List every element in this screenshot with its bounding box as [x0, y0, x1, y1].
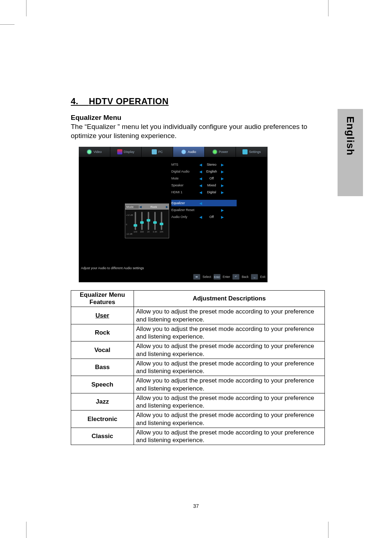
section-heading: 4. HDTV OPERATION	[71, 96, 325, 106]
eq-mode-row: Mode ◀ Rock ▶	[125, 204, 169, 210]
osd-option-equalizer-reset[interactable]: Equalizer Reset▶	[171, 207, 237, 213]
feature-desc: Allow you to adjust the preset mode acco…	[134, 324, 325, 341]
arrow-right-icon: ▶	[220, 190, 225, 194]
feature-desc: Allow you to adjust the preset mode acco…	[134, 393, 325, 410]
osd-key-label: Enter	[223, 275, 230, 279]
language-label: English	[344, 116, 356, 155]
option-label: Digital Audio	[171, 170, 199, 173]
crop-mark	[328, 0, 328, 16]
option-value: Off	[203, 215, 220, 219]
option-label: Mute	[171, 177, 199, 180]
eq-slider-knob[interactable]	[140, 221, 144, 224]
eq-slider-track	[135, 212, 136, 230]
osd-key-icon: Enter	[213, 274, 221, 280]
crop-mark	[0, 24, 15, 25]
arrow-right-icon: ▶	[220, 163, 225, 167]
osd-tab-label: Display	[124, 150, 135, 154]
pc-icon	[152, 149, 157, 154]
arrow-left-icon: ◀	[199, 177, 203, 181]
arrow-right-icon: ▶	[220, 215, 225, 219]
osd-footer: ◂▸SelectEnterEnter↶Back␣Exit	[193, 274, 265, 280]
option-label: Equalizer Reset	[171, 208, 199, 212]
option-label: HDMI 1	[171, 190, 199, 194]
eq-band-10K[interactable]: 10K	[159, 212, 164, 237]
feature-name: Vocal	[71, 341, 134, 359]
osd-tab-settings[interactable]: Settings	[236, 147, 268, 157]
document-page: English 4. HDTV OPERATION Equalizer Menu…	[0, 0, 392, 538]
osd-tab-video[interactable]: Video	[79, 147, 110, 157]
option-value: English	[203, 170, 220, 173]
osd-tab-display[interactable]: Display	[110, 147, 142, 157]
equalizer-feature-table: Equalizer Menu Features Adjustment Descr…	[71, 290, 325, 445]
option-label: Speaker	[171, 183, 199, 187]
eq-slider-track	[161, 212, 162, 230]
table-row: ClassicAllow you to adjust the preset mo…	[71, 428, 325, 445]
osd-tab-pc[interactable]: PC	[142, 147, 173, 157]
osd-option-mute[interactable]: Mute◀Off▶	[171, 175, 237, 182]
osd-option-hdmi-1[interactable]: HDMI 1◀Digital▶	[171, 189, 237, 195]
feature-name: Classic	[71, 428, 134, 445]
arrow-left-icon: ◀	[199, 201, 203, 205]
table-row: VocalAllow you to adjust the preset mode…	[71, 341, 325, 359]
table-row: ElectronicAllow you to adjust the preset…	[71, 410, 325, 428]
feature-desc: Allow you to adjust the preset mode acco…	[134, 428, 325, 445]
arrow-left-icon: ◀	[199, 183, 203, 187]
table-head-desc: Adjustment Descriptions	[134, 291, 325, 307]
osd-tab-label: Settings	[249, 150, 261, 154]
feature-name: User	[71, 307, 134, 324]
osd-option-audio-only[interactable]: Audio Only◀Off▶	[171, 214, 237, 220]
osd-help-text: Adjust your Audio to different Audio set…	[81, 266, 144, 270]
osd-key-label: Exit	[260, 275, 265, 279]
eq-slider-knob[interactable]	[153, 221, 157, 224]
eq-band-1K[interactable]: 1K	[146, 212, 151, 237]
osd-tab-audio[interactable]: Audio	[173, 147, 205, 157]
power-icon	[212, 149, 217, 154]
crop-mark	[26, 522, 26, 538]
eq-y-axis: +12 dB0-12 dB	[126, 210, 133, 239]
osd-key-label: Back	[242, 275, 249, 279]
feature-name: Speech	[71, 376, 134, 393]
option-value: Stereo	[203, 163, 220, 166]
feature-name: Rock	[71, 324, 134, 341]
eq-slider-track	[154, 212, 156, 230]
language-tab: English	[338, 109, 363, 196]
heading-text: HDTV OPERATION	[89, 96, 169, 106]
crop-mark	[26, 0, 26, 16]
eq-slider-track	[148, 212, 149, 230]
eq-band-label: 1K	[147, 231, 150, 233]
eq-band-label: 330	[140, 231, 144, 233]
arrow-right-icon: ▶	[165, 205, 169, 209]
eq-band-3.3K[interactable]: 3.3K	[153, 212, 157, 237]
option-value: Mixed	[203, 183, 220, 187]
feature-name: Jazz	[71, 393, 134, 410]
table-row: BassAllow you to adjust the preset mode …	[71, 359, 325, 376]
osd-key-icon: ␣	[251, 274, 258, 280]
intro-text: The “Equalizer ” menu let you individual…	[71, 122, 325, 140]
feature-name: Electronic	[71, 410, 134, 428]
eq-band-330[interactable]: 330	[140, 212, 144, 237]
osd-tab-label: Video	[93, 150, 102, 154]
table-row: SpeechAllow you to adjust the preset mod…	[71, 376, 325, 393]
osd-option-mts[interactable]: MTS◀Stereo▶	[171, 161, 237, 168]
osd-option-equalizer[interactable]: Equalizer◀	[171, 200, 237, 206]
subheading: Equalizer Menu	[71, 114, 325, 122]
osd-tab-power[interactable]: Power	[205, 147, 236, 157]
eq-slider-knob[interactable]	[160, 223, 163, 225]
feature-desc: Allow you to adjust the preset mode acco…	[134, 307, 325, 324]
feature-desc: Allow you to adjust the preset mode acco…	[134, 359, 325, 376]
eq-slider-knob[interactable]	[147, 219, 150, 222]
page-number: 37	[0, 503, 392, 509]
osd-option-digital-audio[interactable]: Digital Audio◀English▶	[171, 168, 237, 175]
osd-key-label: Select	[203, 275, 211, 279]
osd-tab-bar: VideoDisplayPCAudioPowerSettings	[79, 147, 268, 157]
eq-band-100[interactable]: 100	[133, 212, 138, 237]
osd-tab-label: PC	[158, 150, 163, 154]
option-value: Off	[203, 177, 220, 180]
table-row: UserAllow you to adjust the preset mode …	[71, 307, 325, 324]
video-icon	[87, 149, 92, 154]
display-icon	[117, 149, 122, 154]
option-label: Equalizer	[171, 201, 199, 205]
eq-slider-knob[interactable]	[134, 224, 137, 227]
osd-option-speaker[interactable]: Speaker◀Mixed▶	[171, 182, 237, 189]
osd-tab-label: Power	[219, 150, 228, 154]
